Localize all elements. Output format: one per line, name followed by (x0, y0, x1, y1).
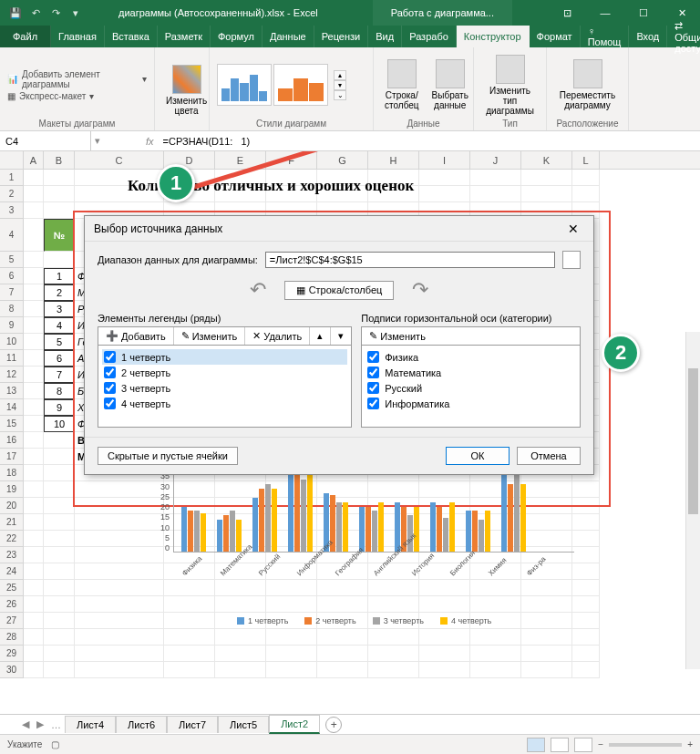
list-item[interactable]: Математика (365, 365, 576, 380)
move-chart-button[interactable]: Переместить диаграмму (554, 57, 621, 112)
cell[interactable] (24, 432, 44, 449)
cell[interactable] (44, 170, 75, 186)
cell[interactable] (24, 186, 44, 202)
vertical-scrollbar[interactable] (685, 332, 700, 669)
series-listbox[interactable]: 1 четверть 2 четверть 3 четверть 4 четве… (98, 346, 352, 428)
list-item[interactable]: 3 четверть (102, 380, 347, 396)
cell[interactable] (44, 563, 75, 580)
cell[interactable]: № (44, 219, 75, 252)
sign-in[interactable]: Вход (629, 26, 667, 47)
col-header[interactable]: L (572, 151, 600, 169)
col-header[interactable]: F (266, 151, 317, 169)
move-up-icon[interactable]: ▴ (310, 327, 331, 345)
row-header[interactable]: 12 (0, 367, 24, 383)
redo-icon[interactable]: ↷ (47, 5, 64, 21)
chart-style-thumb[interactable] (273, 64, 328, 106)
tab-view[interactable]: Вид (368, 26, 402, 47)
cell[interactable] (44, 547, 75, 563)
sheet-tab[interactable]: Лист7 (167, 716, 218, 733)
edit-series-button[interactable]: ✎Изменить (174, 327, 246, 345)
chart-style-thumb[interactable] (217, 64, 272, 106)
cell[interactable] (44, 202, 75, 219)
maximize-icon[interactable]: ☐ (625, 0, 662, 26)
cell[interactable] (572, 170, 600, 186)
sheet-tab[interactable]: Лист5 (218, 716, 269, 733)
col-header[interactable]: C (75, 151, 164, 169)
cell[interactable] (419, 170, 470, 186)
add-series-button[interactable]: ➕Добавить (98, 327, 174, 345)
cell[interactable] (24, 481, 44, 498)
row-header[interactable]: 1 (0, 170, 24, 186)
edit-axis-labels-button[interactable]: ✎Изменить (362, 327, 433, 345)
row-header[interactable]: 16 (0, 432, 24, 449)
series-checkbox[interactable] (104, 382, 116, 394)
select-all-corner[interactable] (0, 151, 24, 169)
col-header[interactable]: H (368, 151, 419, 169)
move-down-icon[interactable]: ▾ (331, 327, 351, 345)
chart-data-range-input[interactable] (265, 252, 555, 268)
cell[interactable] (24, 317, 44, 334)
col-header[interactable]: I (419, 151, 470, 169)
cell[interactable] (24, 268, 44, 284)
cell[interactable] (521, 170, 572, 186)
zoom-in-icon[interactable]: + (687, 739, 693, 749)
tab-insert[interactable]: Вставка (105, 26, 158, 47)
range-selector-icon[interactable] (562, 251, 581, 269)
tab-layout[interactable]: Разметк (158, 26, 211, 47)
fx-icon[interactable]: fx (140, 136, 160, 147)
cell[interactable] (24, 284, 44, 301)
cell[interactable] (419, 662, 470, 678)
cell[interactable] (215, 662, 266, 678)
cell[interactable]: 7 (44, 367, 75, 383)
list-item[interactable]: Русский (365, 380, 576, 396)
page-break-view-icon[interactable] (574, 738, 592, 752)
cell[interactable]: 6 (44, 350, 75, 367)
cell[interactable] (44, 613, 75, 629)
row-header[interactable]: 9 (0, 317, 24, 334)
cell[interactable] (24, 563, 44, 580)
tab-format[interactable]: Формат (530, 26, 581, 47)
category-checkbox[interactable] (367, 382, 379, 394)
tab-file[interactable]: Файл (0, 26, 51, 47)
cell[interactable] (44, 498, 75, 514)
cell[interactable] (470, 170, 521, 186)
col-header[interactable]: B (44, 151, 75, 169)
cell[interactable] (44, 531, 75, 547)
name-box[interactable]: C4 (0, 131, 91, 150)
cell[interactable] (44, 465, 75, 481)
cell[interactable] (419, 186, 470, 202)
sheet-tab-active[interactable]: Лист2 (269, 715, 320, 734)
row-header[interactable]: 5 (0, 252, 24, 268)
change-chart-type-button[interactable]: Изменить тип диаграммы (481, 53, 539, 118)
cell[interactable] (24, 416, 44, 432)
dialog-close-icon[interactable]: ✕ (562, 222, 584, 236)
row-header[interactable]: 15 (0, 416, 24, 432)
cell[interactable]: 5 (44, 334, 75, 350)
switch-row-column-button[interactable]: Строка/столбец (381, 57, 423, 112)
row-header[interactable]: 14 (0, 399, 24, 416)
category-checkbox[interactable] (367, 351, 379, 363)
row-header[interactable]: 28 (0, 629, 24, 646)
list-item[interactable]: Физика (365, 349, 576, 365)
cell[interactable] (368, 662, 419, 678)
row-header[interactable]: 18 (0, 465, 24, 481)
qat-customize-icon[interactable]: ▾ (67, 5, 84, 21)
cell[interactable] (24, 629, 44, 646)
cell[interactable] (44, 449, 75, 465)
series-checkbox[interactable] (104, 367, 116, 378)
cell[interactable] (24, 170, 44, 186)
cell[interactable] (24, 334, 44, 350)
row-header[interactable]: 19 (0, 481, 24, 498)
cell[interactable] (24, 383, 44, 399)
minimize-icon[interactable]: ― (587, 0, 623, 26)
cell[interactable] (44, 662, 75, 678)
series-checkbox[interactable] (104, 398, 116, 409)
series-checkbox[interactable] (104, 351, 116, 363)
row-header[interactable]: 23 (0, 547, 24, 563)
row-header[interactable]: 29 (0, 646, 24, 662)
row-header[interactable]: 26 (0, 596, 24, 613)
delete-series-button[interactable]: ✕Удалить (245, 327, 310, 345)
row-header[interactable]: 30 (0, 662, 24, 678)
cell[interactable] (24, 498, 44, 514)
cell[interactable] (44, 186, 75, 202)
